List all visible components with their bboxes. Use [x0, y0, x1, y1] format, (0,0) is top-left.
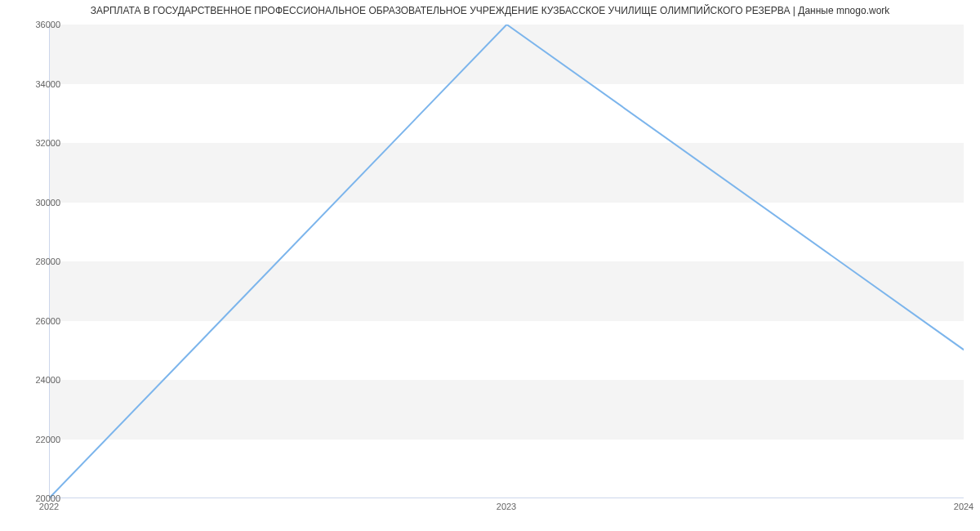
y-tick-label: 28000 [28, 257, 60, 266]
x-tick-label: 2024 [954, 502, 973, 511]
y-tick-label: 26000 [28, 316, 60, 326]
chart-container: ЗАРПЛАТА В ГОСУДАРСТВЕННОЕ ПРОФЕССИОНАЛЬ… [0, 0, 980, 531]
x-tick-label: 2023 [497, 502, 516, 511]
y-tick-label: 30000 [28, 198, 60, 207]
chart-title: ЗАРПЛАТА В ГОСУДАРСТВЕННОЕ ПРОФЕССИОНАЛЬ… [0, 5, 980, 16]
plot-area [49, 25, 964, 498]
y-tick-label: 36000 [28, 20, 60, 29]
y-tick-label: 32000 [28, 138, 60, 148]
y-tick-label: 22000 [28, 435, 60, 444]
line-series-svg [50, 25, 964, 498]
y-tick-label: 34000 [28, 79, 60, 89]
y-tick-label: 24000 [28, 375, 60, 385]
x-tick-label: 2022 [39, 502, 59, 511]
